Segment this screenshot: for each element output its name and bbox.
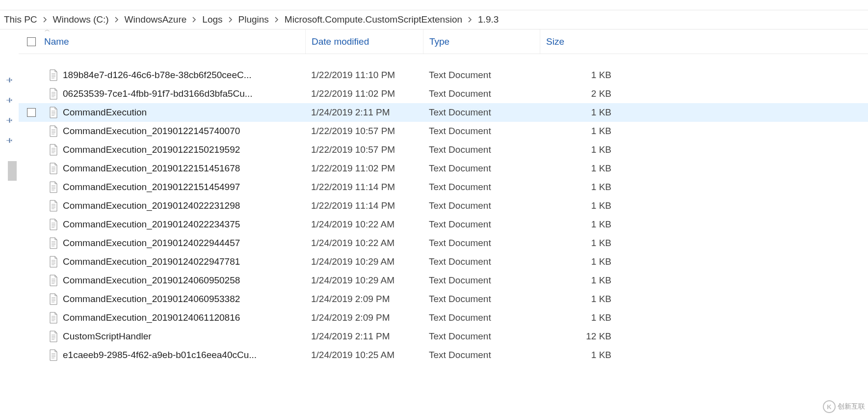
- text-document-icon: [44, 88, 63, 100]
- file-row[interactable]: CommandExecution_201901240609533821/24/2…: [19, 290, 868, 308]
- file-size: 1 KB: [540, 256, 617, 267]
- file-date: 1/24/2019 10:22 AM: [305, 219, 423, 230]
- text-document-icon: [44, 144, 63, 156]
- text-document-icon: [44, 256, 63, 268]
- chevron-right-icon[interactable]: [111, 14, 123, 25]
- file-size: 12 KB: [540, 331, 617, 342]
- file-type: Text Document: [423, 163, 540, 174]
- file-type: Text Document: [423, 107, 540, 118]
- text-document-icon: [44, 275, 63, 286]
- text-document-icon: [44, 349, 63, 361]
- file-type: Text Document: [423, 275, 540, 286]
- file-row[interactable]: CommandExecution1/24/2019 2:11 PMText Do…: [19, 103, 868, 122]
- file-size: 1 KB: [540, 219, 617, 230]
- scrollbar[interactable]: [8, 161, 17, 181]
- file-row[interactable]: CustomScriptHandler1/24/2019 2:11 PMText…: [19, 327, 868, 346]
- file-row[interactable]: CommandExecution_201901221514516781/22/2…: [19, 159, 868, 178]
- text-document-icon: [44, 293, 63, 305]
- column-size[interactable]: Size: [540, 29, 617, 54]
- file-date: 1/22/2019 11:14 PM: [305, 182, 423, 193]
- chevron-right-icon[interactable]: [188, 14, 200, 25]
- text-document-icon: [44, 219, 63, 230]
- pin-icon[interactable]: [5, 116, 14, 128]
- file-date: 1/24/2019 10:29 AM: [305, 256, 423, 267]
- file-name: e1caeeb9-2985-4f62-a9eb-b01c16eea40cCu..…: [63, 350, 305, 361]
- file-name: CommandExecution_20190122151451678: [63, 163, 305, 174]
- file-name: CommandExecution_20190122145740070: [63, 126, 305, 137]
- pin-icon[interactable]: [5, 96, 14, 108]
- file-row[interactable]: CommandExecution_201901221502195921/22/2…: [19, 140, 868, 159]
- file-size: 1 KB: [540, 70, 617, 81]
- file-date: 1/24/2019 10:25 AM: [305, 350, 423, 361]
- file-name: 189b84e7-d126-46c6-b78e-38cb6f250ceeC...: [63, 70, 305, 81]
- file-size: 1 KB: [540, 163, 617, 174]
- breadcrumb-item[interactable]: Windows (C:): [51, 14, 111, 25]
- breadcrumb-item[interactable]: Plugins: [237, 14, 271, 25]
- file-name: CommandExecution_20190124022947781: [63, 256, 305, 267]
- file-type: Text Document: [423, 331, 540, 342]
- file-date: 1/22/2019 10:57 PM: [305, 144, 423, 155]
- text-document-icon: [44, 331, 63, 342]
- file-size: 1 KB: [540, 182, 617, 193]
- file-size: 2 KB: [540, 88, 617, 99]
- file-row[interactable]: CommandExecution_201901221457400701/22/2…: [19, 122, 868, 140]
- select-all-checkbox[interactable]: [19, 37, 44, 46]
- file-name: CommandExecution_20190124061120816: [63, 312, 305, 323]
- text-document-icon: [44, 181, 63, 193]
- file-row[interactable]: 189b84e7-d126-46c6-b78e-38cb6f250ceeC...…: [19, 66, 868, 84]
- breadcrumb-item[interactable]: 1.9.3: [476, 14, 500, 25]
- file-date: 1/22/2019 11:10 PM: [305, 70, 423, 81]
- file-name: CommandExecution_20190124060950258: [63, 275, 305, 286]
- file-row[interactable]: CommandExecution_201901240609502581/24/2…: [19, 271, 868, 290]
- file-name: CustomScriptHandler: [63, 331, 305, 342]
- file-row[interactable]: CommandExecution_201901240229444571/24/2…: [19, 234, 868, 252]
- chevron-right-icon[interactable]: [39, 14, 51, 25]
- breadcrumb-item[interactable]: Microsoft.Compute.CustomScriptExtension: [283, 14, 464, 25]
- file-row[interactable]: CommandExecution_201901240611208161/24/2…: [19, 308, 868, 327]
- file-name: CommandExecution_20190122150219592: [63, 144, 305, 155]
- column-name[interactable]: Name ︿: [44, 36, 305, 47]
- file-type: Text Document: [423, 88, 540, 99]
- file-type: Text Document: [423, 256, 540, 267]
- text-document-icon: [44, 237, 63, 249]
- file-size: 1 KB: [540, 200, 617, 211]
- file-date: 1/22/2019 11:02 PM: [305, 163, 423, 174]
- file-date: 1/24/2019 2:09 PM: [305, 294, 423, 305]
- file-date: 1/24/2019 2:11 PM: [305, 107, 423, 118]
- file-size: 1 KB: [540, 238, 617, 249]
- file-row[interactable]: CommandExecution_201901240222343751/24/2…: [19, 215, 868, 234]
- text-document-icon: [44, 107, 63, 118]
- file-row[interactable]: 06253539-7ce1-4fbb-91f7-bd3166d3bfa5Cu..…: [19, 84, 868, 103]
- breadcrumb[interactable]: This PCWindows (C:)WindowsAzureLogsPlugi…: [0, 10, 868, 29]
- chevron-right-icon[interactable]: [225, 14, 237, 25]
- chevron-right-icon[interactable]: [271, 14, 283, 25]
- file-size: 1 KB: [540, 312, 617, 323]
- file-name: CommandExecution_20190124022234375: [63, 219, 305, 230]
- file-type: Text Document: [423, 200, 540, 211]
- text-document-icon: [44, 200, 63, 212]
- pin-icon[interactable]: [5, 76, 14, 87]
- file-name: CommandExecution: [63, 107, 305, 118]
- breadcrumb-item[interactable]: This PC: [2, 14, 39, 25]
- breadcrumb-item[interactable]: Logs: [200, 14, 224, 25]
- file-date: 1/24/2019 2:11 PM: [305, 331, 423, 342]
- text-document-icon: [44, 312, 63, 324]
- file-size: 1 KB: [540, 275, 617, 286]
- file-row[interactable]: CommandExecution_201901240222312981/22/2…: [19, 196, 868, 215]
- column-type[interactable]: Type: [423, 29, 540, 54]
- column-date[interactable]: Date modified: [305, 29, 423, 54]
- file-size: 1 KB: [540, 294, 617, 305]
- quick-access-panel: [0, 29, 19, 364]
- file-row[interactable]: e1caeeb9-2985-4f62-a9eb-b01c16eea40cCu..…: [19, 346, 868, 364]
- file-row[interactable]: CommandExecution_201901221514549971/22/2…: [19, 178, 868, 196]
- row-checkbox[interactable]: [19, 108, 44, 117]
- pin-icon[interactable]: [5, 137, 14, 148]
- text-document-icon: [44, 163, 63, 174]
- chevron-right-icon[interactable]: [464, 14, 476, 25]
- breadcrumb-item[interactable]: WindowsAzure: [123, 14, 189, 25]
- file-row[interactable]: CommandExecution_201901240229477811/24/2…: [19, 252, 868, 271]
- sort-indicator-icon: ︿: [45, 26, 50, 33]
- file-date: 1/22/2019 11:02 PM: [305, 88, 423, 99]
- text-document-icon: [44, 69, 63, 81]
- file-type: Text Document: [423, 238, 540, 249]
